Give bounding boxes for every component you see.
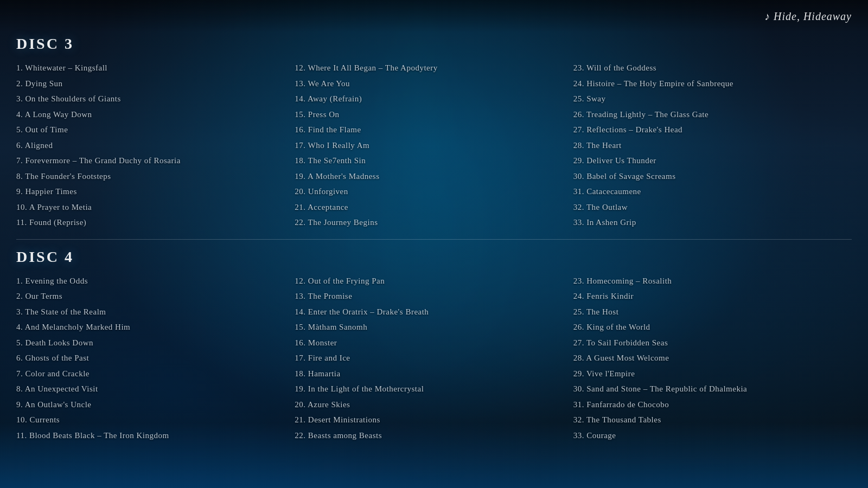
track-item: 23. Will of the Goddess xyxy=(573,60,852,76)
track-item: 26. Treading Lightly – The Glass Gate xyxy=(573,107,852,123)
track-item: 8. An Unexpected Visit xyxy=(16,381,295,397)
track-item: 12. Out of the Frying Pan xyxy=(295,273,573,289)
disc3-col-1: 1. Whitewater – Kingsfall2. Dying Sun3. … xyxy=(16,60,295,230)
track-item: 32. The Thousand Tables xyxy=(573,412,852,428)
disc4-col-3: 23. Homecoming – Rosalith24. Fenris Kind… xyxy=(573,273,852,444)
track-item: 27. To Sail Forbidden Seas xyxy=(573,335,852,351)
disc3-col-3: 23. Will of the Goddess24. Histoire – Th… xyxy=(573,60,852,230)
track-item: 22. The Journey Begins xyxy=(295,215,573,230)
track-item: 20. Azure Skies xyxy=(295,397,573,413)
track-item: 5. Out of Time xyxy=(16,122,295,138)
track-item: 20. Unforgiven xyxy=(295,184,573,200)
disc3-tracks-grid: 1. Whitewater – Kingsfall2. Dying Sun3. … xyxy=(16,60,852,230)
track-item: 29. Deliver Us Thunder xyxy=(573,153,852,169)
track-item: 27. Reflections – Drake's Head xyxy=(573,122,852,138)
track-item: 14. Enter the Oratrix – Drake's Breath xyxy=(295,304,573,320)
track-item: 16. Monster xyxy=(295,335,573,351)
now-playing: ♪Hide, Hideaway xyxy=(764,10,852,23)
track-item: 16. Find the Flame xyxy=(295,122,573,138)
disc4-tracks-grid: 1. Evening the Odds2. Our Terms3. The St… xyxy=(16,273,852,444)
track-item: 9. An Outlaw's Uncle xyxy=(16,397,295,413)
track-item: 30. Sand and Stone – The Republic of Dha… xyxy=(573,381,852,397)
track-item: 33. In Ashen Grip xyxy=(573,215,852,230)
track-item: 19. A Mother's Madness xyxy=(295,169,573,184)
track-item: 7. Forevermore – The Grand Duchy of Rosa… xyxy=(16,153,295,169)
track-item: 33. Courage xyxy=(573,428,852,444)
disc4-title: DISC 4 xyxy=(16,248,852,266)
track-item: 25. Sway xyxy=(573,91,852,107)
track-item: 29. Vive l'Empire xyxy=(573,366,852,382)
track-item: 18. Hamartia xyxy=(295,366,573,382)
disc3-title: DISC 3 xyxy=(16,35,852,53)
track-item: 24. Histoire – The Holy Empire of Sanbre… xyxy=(573,76,852,92)
track-item: 17. Who I Really Am xyxy=(295,138,573,153)
track-item: 31. Catacecaumene xyxy=(573,184,852,200)
track-item: 1. Evening the Odds xyxy=(16,273,295,289)
track-item: 6. Ghosts of the Past xyxy=(16,350,295,366)
track-item: 15. Màtham Sanomh xyxy=(295,319,573,335)
track-item: 23. Homecoming – Rosalith xyxy=(573,273,852,289)
track-item: 28. The Heart xyxy=(573,138,852,153)
track-item: 10. A Prayer to Metia xyxy=(16,200,295,215)
track-item: 13. We Are You xyxy=(295,76,573,92)
track-item: 30. Babel of Savage Screams xyxy=(573,169,852,184)
track-list-content: DISC 31. Whitewater – Kingsfall2. Dying … xyxy=(16,30,852,472)
track-item: 6. Aligned xyxy=(16,138,295,153)
track-item: 11. Blood Beats Black – The Iron Kingdom xyxy=(16,428,295,444)
top-bar: ♪Hide, Hideaway xyxy=(0,0,868,33)
track-item: 32. The Outlaw xyxy=(573,200,852,215)
track-item: 3. The State of the Realm xyxy=(16,304,295,320)
disc4-col-2: 12. Out of the Frying Pan13. The Promise… xyxy=(295,273,573,444)
track-item: 4. A Long Way Down xyxy=(16,107,295,123)
track-item: 18. The Se7enth Sin xyxy=(295,153,573,169)
track-item: 7. Color and Crackle xyxy=(16,366,295,382)
track-item: 14. Away (Refrain) xyxy=(295,91,573,107)
track-item: 15. Press On xyxy=(295,107,573,123)
disc4-col-1: 1. Evening the Odds2. Our Terms3. The St… xyxy=(16,273,295,444)
track-item: 4. And Melancholy Marked Him xyxy=(16,319,295,335)
track-item: 17. Fire and Ice xyxy=(295,350,573,366)
track-item: 11. Found (Reprise) xyxy=(16,215,295,230)
track-item: 9. Happier Times xyxy=(16,184,295,200)
track-item: 12. Where It All Began – The Apodytery xyxy=(295,60,573,76)
track-item: 8. The Founder's Footsteps xyxy=(16,169,295,184)
track-item: 5. Death Looks Down xyxy=(16,335,295,351)
track-item: 2. Dying Sun xyxy=(16,76,295,92)
track-item: 2. Our Terms xyxy=(16,288,295,304)
disc3-section: DISC 31. Whitewater – Kingsfall2. Dying … xyxy=(16,30,852,239)
track-item: 21. Desert Ministrations xyxy=(295,412,573,428)
track-item: 26. King of the World xyxy=(573,319,852,335)
now-playing-text: Hide, Hideaway xyxy=(774,10,852,22)
disc3-col-2: 12. Where It All Began – The Apodytery13… xyxy=(295,60,573,230)
track-item: 25. The Host xyxy=(573,304,852,320)
track-item: 3. On the Shoulders of Giants xyxy=(16,91,295,107)
disc4-section: DISC 41. Evening the Odds2. Our Terms3. … xyxy=(16,239,852,452)
track-item: 1. Whitewater – Kingsfall xyxy=(16,60,295,76)
music-icon: ♪ xyxy=(764,10,770,22)
track-item: 19. In the Light of the Mothercrystal xyxy=(295,381,573,397)
track-item: 10. Currents xyxy=(16,412,295,428)
track-item: 24. Fenris Kindir xyxy=(573,288,852,304)
track-item: 31. Fanfarrado de Chocobo xyxy=(573,397,852,413)
track-item: 28. A Guest Most Welcome xyxy=(573,350,852,366)
track-item: 13. The Promise xyxy=(295,288,573,304)
track-item: 21. Acceptance xyxy=(295,200,573,215)
track-item: 22. Beasts among Beasts xyxy=(295,428,573,444)
